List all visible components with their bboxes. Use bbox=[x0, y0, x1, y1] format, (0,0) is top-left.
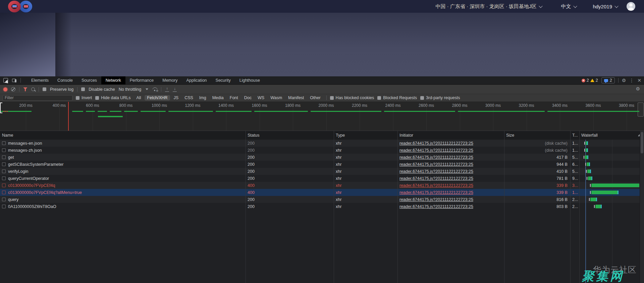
table-row[interactable]: c013000000o7FVpCEf4q400xhrreader.6744175… bbox=[0, 182, 644, 189]
initiator-link[interactable]: reader.6744175.js?20211122122723:25 bbox=[399, 169, 473, 174]
table-row[interactable]: 0A11000000SZ6hiT8OaO200xhrreader.6744175… bbox=[0, 203, 644, 210]
kebab-menu-icon[interactable]: ⋮ bbox=[629, 78, 634, 83]
request-name[interactable]: c013000000o7FVpCEf4q?allMenu=true bbox=[8, 190, 82, 195]
pill-other[interactable]: Other bbox=[308, 95, 323, 100]
column-header-status[interactable]: Status bbox=[246, 131, 334, 140]
row-checkbox[interactable] bbox=[2, 148, 6, 152]
initiator-link[interactable]: reader.6744175.js?20211122122723:25 bbox=[399, 204, 473, 209]
request-name[interactable]: messages-en.json bbox=[8, 141, 42, 146]
row-checkbox[interactable] bbox=[2, 155, 6, 159]
pill-fetch-xhr[interactable]: Fetch/XHR bbox=[145, 95, 170, 100]
tab-sources[interactable]: Sources bbox=[77, 76, 101, 84]
column-header-initiator[interactable]: Initiator bbox=[397, 131, 504, 140]
initiator-link[interactable]: reader.6744175.js?20211122122723:25 bbox=[399, 141, 473, 146]
pill-ws[interactable]: WS bbox=[255, 95, 267, 100]
row-checkbox[interactable] bbox=[2, 184, 6, 187]
request-name[interactable]: c013000000o7FVpCEf4q bbox=[8, 183, 55, 188]
tab-security[interactable]: Security bbox=[211, 76, 235, 84]
tab-lighthouse[interactable]: Lighthouse bbox=[235, 76, 264, 84]
pill-media[interactable]: Media bbox=[210, 95, 226, 100]
chevron-down-icon[interactable] bbox=[539, 4, 543, 8]
blocked-requests-checkbox[interactable] bbox=[377, 96, 381, 100]
cell-name[interactable]: 0A11000000SZ6hiT8OaO bbox=[0, 204, 246, 209]
invert-checkbox[interactable] bbox=[76, 96, 79, 100]
column-header-size[interactable]: Size bbox=[504, 131, 570, 140]
tab-console[interactable]: Console bbox=[53, 76, 77, 84]
initiator-link[interactable]: reader.6744175.js?20211122122723:25 bbox=[399, 148, 473, 153]
column-header-name[interactable]: Name bbox=[0, 131, 246, 140]
export-har-icon[interactable]: ↓ bbox=[173, 87, 177, 92]
import-har-icon[interactable]: ↑ bbox=[165, 87, 169, 92]
initiator-link[interactable]: reader.6744175.js?20211122122723:25 bbox=[399, 183, 473, 188]
row-checkbox[interactable] bbox=[2, 141, 6, 145]
search-icon[interactable] bbox=[31, 87, 35, 91]
record-button[interactable] bbox=[3, 87, 7, 91]
pill-css[interactable]: CSS bbox=[182, 95, 196, 100]
timeline-overview[interactable]: 200 ms400 ms600 ms800 ms1000 ms1200 ms14… bbox=[0, 102, 644, 131]
avatar[interactable] bbox=[627, 2, 635, 11]
request-name[interactable]: getSCBasicSystemParameter bbox=[8, 162, 63, 167]
request-name[interactable]: queryCurrentOperator bbox=[8, 176, 49, 181]
username-menu[interactable]: hdy2019 bbox=[593, 4, 612, 9]
throttling-select[interactable]: No throttling bbox=[119, 87, 141, 92]
initiator-link[interactable]: reader.6744175.js?20211122122723:25 bbox=[399, 190, 473, 195]
table-row[interactable]: verifyLogin200xhrreader.6744175.js?20211… bbox=[0, 168, 644, 175]
tab-network[interactable]: Network bbox=[101, 76, 125, 84]
device-toolbar-icon[interactable] bbox=[12, 79, 16, 82]
cell-name[interactable]: getSCBasicSystemParameter bbox=[0, 162, 246, 167]
third-party-requests-checkbox[interactable] bbox=[420, 96, 424, 100]
cell-name[interactable]: c013000000o7FVpCEf4q bbox=[0, 183, 246, 188]
tab-performance[interactable]: Performance bbox=[125, 76, 158, 84]
column-header-type[interactable]: Type bbox=[334, 131, 397, 140]
dropdown-arrow-icon[interactable] bbox=[146, 88, 148, 90]
has-blocked-cookies-checkbox[interactable] bbox=[330, 96, 334, 100]
pill-all[interactable]: All bbox=[134, 95, 144, 100]
cell-name[interactable]: get bbox=[0, 155, 246, 160]
network-conditions-icon[interactable]: ⚙ bbox=[152, 87, 157, 91]
pill-font[interactable]: Font bbox=[227, 95, 240, 100]
tab-memory[interactable]: Memory bbox=[158, 76, 182, 84]
pill-js[interactable]: JS bbox=[171, 95, 181, 100]
settings-gear-icon[interactable]: ⚙ bbox=[622, 78, 626, 83]
table-row[interactable]: queryCurrentOperator200xhrreader.6744175… bbox=[0, 175, 644, 182]
pill-wasm[interactable]: Wasm bbox=[268, 95, 284, 100]
close-devtools-icon[interactable]: ✕ bbox=[637, 78, 641, 83]
row-checkbox[interactable] bbox=[2, 198, 6, 201]
row-checkbox[interactable] bbox=[2, 205, 6, 208]
tab-elements[interactable]: Elements bbox=[27, 76, 53, 84]
row-checkbox[interactable] bbox=[2, 191, 6, 194]
pill-manifest[interactable]: Manifest bbox=[286, 95, 306, 100]
cell-name[interactable]: queryCurrentOperator bbox=[0, 176, 246, 181]
table-row[interactable]: get200xhrreader.6744175.js?2021112212272… bbox=[0, 154, 644, 161]
pill-img[interactable]: Img bbox=[197, 95, 209, 100]
table-row[interactable]: c013000000o7FVpCEf4q?allMenu=true400xhrr… bbox=[0, 189, 644, 196]
column-header-t[interactable]: T... bbox=[570, 131, 579, 140]
cell-name[interactable]: messages-en.json bbox=[0, 141, 246, 146]
initiator-link[interactable]: reader.6744175.js?20211122122723:25 bbox=[399, 155, 473, 160]
request-name[interactable]: get bbox=[8, 155, 14, 160]
initiator-link[interactable]: reader.6744175.js?20211122122723:25 bbox=[399, 176, 473, 181]
request-name[interactable]: verifyLogin bbox=[8, 169, 28, 174]
pill-doc[interactable]: Doc bbox=[242, 95, 254, 100]
preserve-log-checkbox[interactable] bbox=[43, 87, 46, 91]
vertical-scrollbar[interactable] bbox=[640, 131, 644, 283]
scrollbar-thumb[interactable] bbox=[641, 132, 643, 153]
row-checkbox[interactable] bbox=[2, 162, 6, 166]
cell-name[interactable]: verifyLogin bbox=[0, 169, 246, 174]
request-name[interactable]: query bbox=[8, 197, 18, 202]
clear-button[interactable] bbox=[11, 87, 15, 91]
row-checkbox[interactable] bbox=[2, 176, 6, 180]
network-settings-gear-icon[interactable]: ⚙ bbox=[636, 86, 640, 91]
error-badge[interactable]: ✕ 2 2 bbox=[582, 78, 598, 83]
filter-toggle-icon[interactable] bbox=[23, 87, 28, 91]
initiator-link[interactable]: reader.6744175.js?20211122122723:25 bbox=[399, 162, 473, 167]
cell-name[interactable]: query bbox=[0, 197, 246, 202]
overview-scroll-thumb[interactable] bbox=[638, 102, 644, 117]
table-row[interactable]: query200xhrreader.6744175.js?20211122122… bbox=[0, 196, 644, 203]
filter-input[interactable] bbox=[3, 95, 72, 101]
request-name[interactable]: 0A11000000SZ6hiT8OaO bbox=[8, 204, 56, 209]
cell-name[interactable]: c013000000o7FVpCEf4q?allMenu=true bbox=[0, 190, 246, 195]
tab-application[interactable]: Application bbox=[182, 76, 211, 84]
table-row[interactable]: messages-zh.json200xhrreader.6744175.js?… bbox=[0, 147, 644, 154]
disable-cache-checkbox[interactable] bbox=[81, 87, 85, 91]
